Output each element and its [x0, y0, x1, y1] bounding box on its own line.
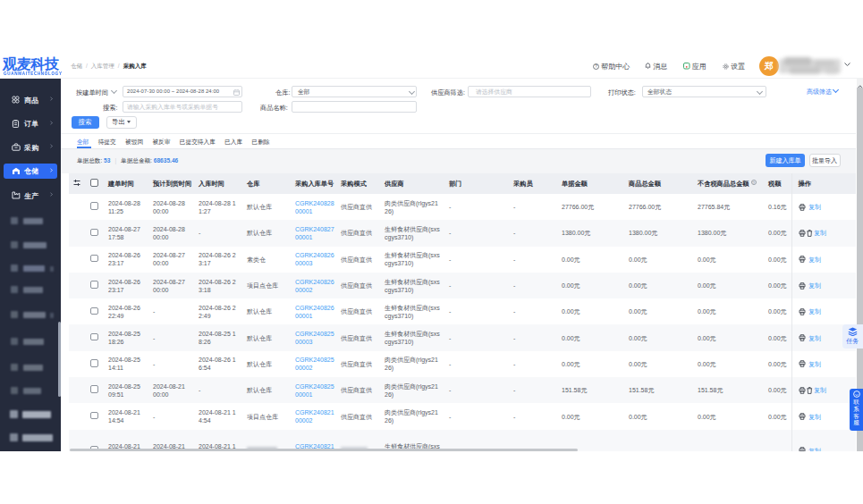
svg-text:?: ? — [595, 64, 597, 69]
